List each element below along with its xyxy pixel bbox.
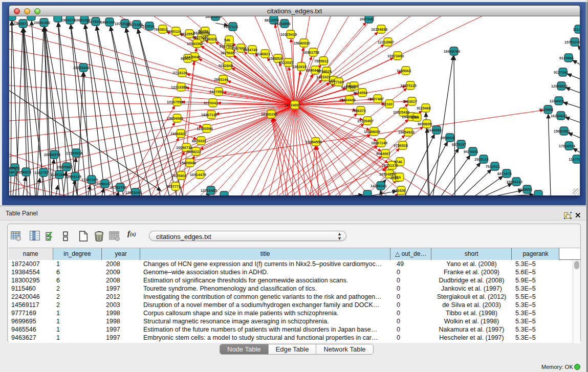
svg-text:9498222: 9498222 — [187, 149, 201, 154]
svg-text:1112: 1112 — [573, 27, 580, 32]
svg-text:1244415: 1244415 — [550, 99, 564, 103]
svg-text:2718126: 2718126 — [173, 71, 187, 75]
svg-text:15609948: 15609948 — [180, 161, 196, 165]
svg-text:1527602: 1527602 — [86, 19, 101, 24]
svg-text:56058: 56058 — [198, 29, 208, 34]
svg-text:9115460: 9115460 — [417, 106, 431, 111]
svg-text:8660124: 8660124 — [167, 29, 181, 34]
svg-text:14136141: 14136141 — [371, 184, 387, 188]
svg-text:15640910: 15640910 — [294, 41, 310, 46]
svg-text:8878332: 8878332 — [192, 139, 206, 143]
svg-text:39184: 39184 — [9, 170, 15, 174]
svg-text:8471676: 8471676 — [497, 171, 512, 176]
svg-text:1145194: 1145194 — [50, 172, 64, 177]
svg-text:7955812: 7955812 — [314, 59, 329, 63]
svg-text:9746: 9746 — [394, 160, 402, 164]
svg-text:16961758: 16961758 — [303, 50, 319, 55]
svg-text:62160: 62160 — [382, 102, 393, 106]
svg-text:9474444: 9474444 — [464, 149, 478, 154]
svg-text:924: 924 — [395, 175, 401, 180]
svg-text:16033809: 16033809 — [205, 16, 222, 19]
svg-text:12213967: 12213967 — [378, 40, 394, 45]
svg-text:1405571: 1405571 — [14, 21, 28, 26]
svg-text:2087682: 2087682 — [360, 17, 374, 21]
svg-text:20206578: 20206578 — [44, 152, 60, 157]
svg-text:1156829: 1156829 — [17, 170, 31, 174]
svg-text:9245652: 9245652 — [518, 187, 532, 192]
svg-text:1342757: 1342757 — [34, 170, 49, 175]
svg-text:16154838: 16154838 — [371, 27, 387, 32]
svg-text:17359924: 17359924 — [66, 151, 82, 156]
svg-text:7515526: 7515526 — [140, 24, 155, 29]
svg-text:18300295: 18300295 — [261, 112, 277, 117]
svg-text:8958928: 8958928 — [441, 136, 455, 140]
svg-text:10958137: 10958137 — [95, 182, 111, 186]
svg-text:12505135: 12505135 — [65, 174, 81, 179]
svg-text:10543362: 10543362 — [187, 41, 203, 46]
svg-text:6794028: 6794028 — [317, 69, 332, 74]
svg-text:10325419: 10325419 — [280, 32, 297, 37]
svg-text:19384554: 19384554 — [306, 140, 322, 144]
svg-text:23975867: 23975867 — [56, 165, 73, 169]
svg-text:9170041: 9170041 — [204, 101, 218, 105]
svg-text:9084067: 9084067 — [376, 151, 390, 156]
svg-text:10688609: 10688609 — [364, 129, 380, 134]
svg-text:746206: 746206 — [346, 84, 358, 89]
svg-text:9242848: 9242848 — [219, 63, 233, 68]
svg-text:12093822: 12093822 — [551, 84, 568, 89]
svg-text:7857224: 7857224 — [224, 25, 238, 29]
svg-text:19654923: 19654923 — [398, 130, 415, 135]
svg-text:17016514: 17016514 — [559, 144, 575, 148]
svg-text:10107554: 10107554 — [167, 100, 183, 104]
svg-text:15751074: 15751074 — [564, 40, 580, 45]
svg-text:13716485: 13716485 — [201, 188, 217, 193]
svg-text:10973493: 10973493 — [387, 54, 404, 58]
svg-text:116753: 116753 — [569, 157, 580, 162]
svg-text:3215958: 3215958 — [539, 107, 553, 112]
svg-text:1362615: 1362615 — [292, 64, 307, 69]
svg-text:16648784: 16648784 — [444, 49, 460, 54]
svg-text:9227342: 9227342 — [554, 70, 568, 75]
svg-text:2935114: 2935114 — [474, 157, 489, 162]
svg-text:8322037: 8322037 — [279, 60, 293, 65]
svg-text:18724007: 18724007 — [285, 103, 301, 107]
svg-text:6879197: 6879197 — [452, 142, 466, 147]
svg-text:9463627: 9463627 — [403, 99, 417, 104]
svg-text:1640954: 1640954 — [427, 128, 442, 133]
svg-text:16782759: 16782759 — [110, 185, 126, 190]
svg-text:546: 546 — [224, 38, 230, 42]
svg-text:933426: 933426 — [393, 188, 405, 193]
svg-text:9146821: 9146821 — [256, 52, 270, 56]
svg-text:9964: 9964 — [411, 115, 419, 120]
svg-text:9777169: 9777169 — [330, 80, 344, 84]
svg-text:10807487: 10807487 — [367, 97, 384, 101]
svg-text:12213389: 12213389 — [171, 85, 187, 90]
svg-text:19654983: 19654983 — [167, 116, 183, 121]
svg-text:3624554: 3624554 — [353, 91, 367, 95]
svg-text:29053346: 29053346 — [73, 65, 90, 70]
svg-text:20364436: 20364436 — [339, 98, 356, 102]
svg-text:12975115: 12975115 — [400, 83, 417, 88]
svg-text:3427552: 3427552 — [209, 90, 224, 94]
svg-text:1903374: 1903374 — [61, 18, 75, 23]
svg-text:8454749: 8454749 — [243, 48, 257, 52]
svg-text:16210643: 16210643 — [551, 114, 567, 118]
svg-text:10654112: 10654112 — [506, 180, 522, 184]
svg-text:15692901: 15692901 — [554, 129, 570, 134]
svg-text:19166827: 19166827 — [170, 132, 187, 136]
svg-text:7663822: 7663822 — [154, 27, 168, 32]
svg-text:9657771: 9657771 — [166, 184, 181, 189]
svg-text:18807249: 18807249 — [371, 141, 387, 145]
svg-text:7485063: 7485063 — [397, 69, 411, 73]
svg-text:12923448: 12923448 — [125, 190, 142, 195]
svg-text:3875685: 3875685 — [221, 51, 235, 55]
svg-text:9699695: 9699695 — [418, 122, 432, 126]
svg-text:9129966: 9129966 — [559, 56, 574, 60]
svg-text:6466160: 6466160 — [100, 20, 115, 25]
svg-text:19218506: 19218506 — [274, 21, 291, 26]
svg-text:98901: 98901 — [181, 56, 191, 61]
svg-text:9756928: 9756928 — [394, 143, 408, 148]
svg-text:20691406: 20691406 — [34, 20, 50, 25]
svg-text:18267130: 18267130 — [201, 113, 217, 117]
svg-text:7886372: 7886372 — [352, 108, 366, 113]
